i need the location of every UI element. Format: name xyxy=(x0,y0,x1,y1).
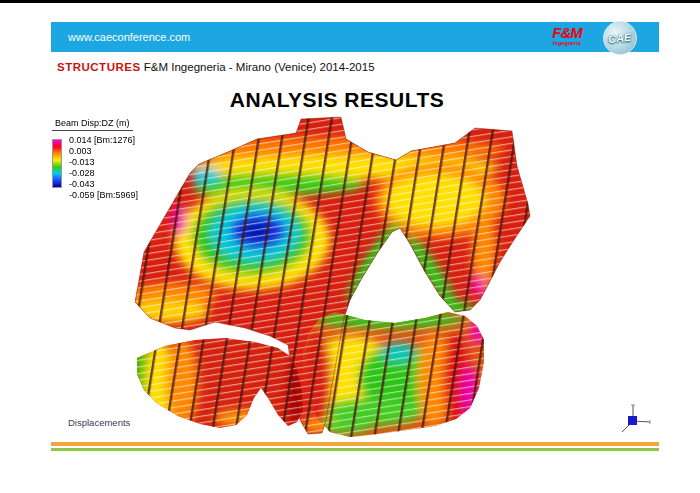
footer-stripe-orange xyxy=(51,442,659,446)
legend-labels: 0.014 [Bm:1276] 0.003 -0.013 -0.028 -0.0… xyxy=(69,135,138,200)
fem-wing-lower-left xyxy=(130,330,310,435)
footer-stripe-green xyxy=(51,448,659,452)
presentation-slide: www.caeconference.com F&M Ingegneria CAE… xyxy=(0,0,700,493)
legend-entry: -0.059 [Bm:5969] xyxy=(69,190,138,201)
legend-entry: -0.013 xyxy=(69,157,138,168)
axis-triad-icon xyxy=(622,405,650,432)
legend-entry: 0.003 xyxy=(69,146,138,157)
legend-title: Beam Disp:DZ (m) xyxy=(52,118,133,131)
viewer-caption: Displacements xyxy=(68,417,130,428)
fem-wing-lower-right xyxy=(298,305,493,445)
legend-entry: -0.028 xyxy=(69,168,138,179)
legend-entry: -0.043 xyxy=(69,179,138,190)
legend-colorbar xyxy=(52,139,62,188)
result-legend: Beam Disp:DZ (m) 0.014 [Bm:1276] 0.003 -… xyxy=(52,112,138,200)
legend-entry: 0.014 [Bm:1276] xyxy=(69,135,138,146)
